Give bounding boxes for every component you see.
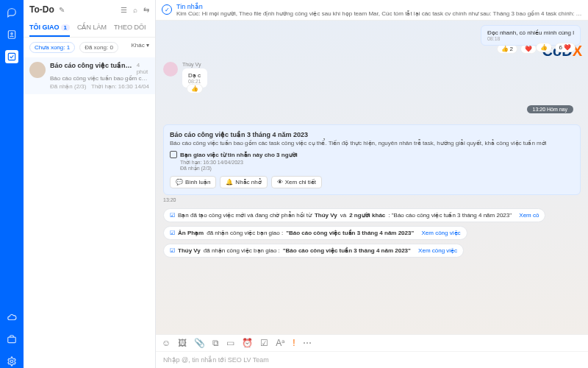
chat-icon[interactable] (5, 6, 18, 19)
svg-point-1 (11, 33, 12, 35)
message-bubble-self: Đọc nhanh, có nhiều mình cùng l 08:18 👍6… (481, 25, 581, 46)
task-desc: Báo cáo công việc tuần bao gồm các task … (170, 140, 574, 146)
comment-button[interactable]: 💬 Bình luận (170, 176, 216, 188)
view-link[interactable]: Xem cô (519, 212, 539, 219)
main-pane: ✓ Tin nhắn Kim Cúc: Hi mọi người, Theo f… (156, 0, 588, 368)
filter-other[interactable]: Khác ▾ (132, 42, 149, 53)
time-divider: 13:20 Hôm nay (527, 105, 573, 113)
task-list-item[interactable]: Báo cáo công việc tuần 3 tháng…4 phút Bá… (24, 57, 155, 94)
detail-button[interactable]: 👁 Xem chi tiết (271, 176, 322, 188)
react-button[interactable]: 👍 (187, 84, 203, 93)
avatar (163, 62, 178, 77)
check-icon: ☑ (170, 247, 175, 254)
message-bubble: Thúy Vy Dạ c 08:21 👍 (163, 62, 581, 88)
todo-icon[interactable] (5, 50, 18, 63)
search-icon[interactable]: ⌕ (133, 6, 137, 14)
check-icon: ☑ (170, 230, 175, 236)
remind-button[interactable]: 🔔 Nhắc nhở (220, 176, 267, 188)
tab-follow[interactable]: THEO DÕI (114, 19, 146, 37)
gear-icon[interactable] (5, 355, 18, 368)
briefcase-icon[interactable] (5, 333, 18, 346)
svg-point-4 (10, 360, 13, 363)
attach-icon[interactable]: 📎 (194, 338, 205, 348)
task-card: Báo cáo công việc tuần 3 tháng 4 năm 202… (163, 124, 581, 195)
activity-item: ☑Bạn đã tạo công việc mới và đang chờ ph… (163, 208, 545, 222)
screenshot-icon[interactable]: ⧉ (212, 338, 219, 348)
task-title: Báo cáo công việc tuần 3 tháng 4 năm 202… (170, 131, 574, 138)
edit-icon[interactable]: ✎ (59, 6, 65, 14)
tabs: TÔI GIAO1 CẦN LÀM THEO DÕI (24, 19, 155, 38)
view-link[interactable]: Xem công việc (422, 230, 461, 236)
left-rail (0, 0, 24, 368)
reminder-icon[interactable]: ⏰ (242, 338, 253, 348)
filter-icon[interactable]: ⇆ (143, 6, 149, 14)
image-icon[interactable]: 🖼 (178, 338, 187, 348)
format-icon[interactable]: Aᵃ (276, 338, 285, 348)
svg-rect-2 (8, 53, 15, 60)
item-title: Báo cáo công việc tuần 3 tháng… (50, 62, 134, 75)
card-icon[interactable]: ▭ (226, 338, 234, 348)
cloud-icon[interactable] (5, 311, 18, 324)
compose-toolbar: ☺ 🖼 📎 ⧉ ▭ ⏰ ☑ Aᵃ ! ⋯ (156, 334, 588, 351)
avatar (29, 62, 46, 78)
thread-label: Tin nhắn (176, 3, 582, 10)
check-icon: ☑ (170, 212, 175, 219)
app-title: To-Do (29, 4, 54, 15)
activity-item: ☑Ân Phạm đã nhận công việc bạn giao : "B… (163, 226, 467, 240)
compose-input[interactable]: Nhập @, tin nhắn tới SEO LV Team (156, 351, 588, 368)
svg-rect-3 (8, 337, 16, 343)
tab-assigned[interactable]: TÔI GIAO1 (29, 19, 70, 37)
tab-todo[interactable]: CẦN LÀM (77, 19, 107, 37)
thread-preview: Kim Cúc: Hi mọi người, Theo file định hư… (176, 10, 582, 17)
activity-log: ☑Bạn đã tạo công việc mới và đang chờ ph… (163, 208, 581, 258)
chat-area: 👍 2❤️ CoDX Đọc nhanh, có nhiều mình cùng… (156, 21, 588, 334)
priority-icon[interactable]: ! (293, 338, 295, 348)
thread-icon: ✓ (162, 4, 172, 15)
filter-pending[interactable]: Chưa xong: 1 (29, 42, 75, 53)
task-icon[interactable]: ☑ (260, 338, 268, 348)
menu-icon[interactable]: ☰ (121, 6, 127, 14)
item-subtitle: Báo cáo công việc tuần bao gồm các task … (50, 75, 149, 82)
sticker-icon[interactable]: ☺ (162, 338, 171, 348)
contacts-icon[interactable] (5, 28, 18, 41)
checkbox-icon[interactable] (170, 151, 177, 158)
thread-header: ✓ Tin nhắn Kim Cúc: Hi mọi người, Theo f… (156, 0, 588, 21)
view-link[interactable]: Xem công việc (418, 247, 457, 254)
filter-done[interactable]: Đã xong: 0 (79, 42, 118, 53)
more-icon[interactable]: ⋯ (303, 338, 312, 348)
sidebar: To-Do ✎ ☰ ⌕ ⇆ TÔI GIAO1 CẦN LÀM THEO DÕI… (24, 0, 156, 368)
activity-item: ☑Thúy Vy đã nhận công việc bạn giao : "B… (163, 244, 464, 258)
